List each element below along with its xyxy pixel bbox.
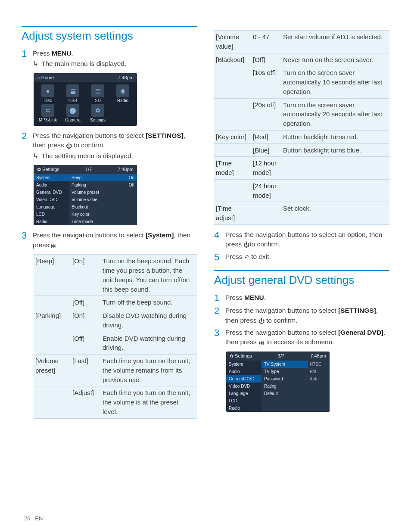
step-number: 3: [214, 328, 225, 338]
step-number: 5: [214, 252, 225, 262]
step-number: 2: [22, 131, 33, 141]
table-row: [24 hour mode]: [214, 179, 389, 202]
table-row: [Off]Enable DVD watching during driving.: [34, 332, 197, 355]
table-row: [Volume value]0 - 47Set start volume if …: [214, 31, 389, 53]
system-options-table-b: [Volume value]0 - 47Set start volume if …: [214, 30, 389, 225]
table-row: [20s off]Turn on the screen saver automa…: [214, 98, 389, 130]
step-number: 1: [22, 49, 33, 59]
result-arrow-icon: ↳: [33, 59, 41, 68]
settings-icon: ✿: [91, 104, 104, 117]
gear-icon: ✿ Settings: [230, 353, 252, 359]
step-number: 1: [214, 293, 225, 303]
system-options-table-a: [Beep][On]Turn on the beep sound. Each t…: [34, 254, 197, 418]
page-footer: 26 EN: [24, 515, 43, 522]
table-row: [10s off]Turn on the screen saver automa…: [214, 66, 389, 98]
step-body: Press MENU.: [225, 293, 389, 302]
power-icon: ⏻: [258, 317, 265, 325]
clock-label: 7:48pm: [118, 75, 134, 80]
table-row: [Blackout][Off]Never turn on the screen …: [214, 53, 389, 66]
home-icon: ⌂ Home: [37, 75, 54, 80]
step-body: Press MENU. ↳The main menu is displayed.: [33, 49, 197, 69]
next-icon: ⏭: [258, 338, 265, 347]
usb-icon: ⬓: [66, 84, 79, 97]
right-column: [Volume value]0 - 47Set start volume if …: [214, 26, 389, 424]
table-row: [Blue]Button backlight turns blue.: [214, 143, 389, 157]
device-settings1-screenshot: ✿ Settings 1/7 7:48pm System Audio Gener…: [34, 165, 137, 225]
device-settings2-screenshot: ✿ Settings 3/7 7:48pm System Audio Gener…: [226, 352, 330, 412]
table-row: [Key color][Red]Button backlight turns r…: [214, 130, 389, 143]
table-row: [Time mode][12 hour mode]: [214, 157, 389, 180]
step-body: Press the navigation buttons to select […: [225, 328, 389, 347]
step-number: 2: [214, 306, 225, 316]
next-icon: ⏭: [51, 241, 57, 250]
power-icon: ⏻: [243, 240, 249, 249]
table-row: [Volume preset][Last]Each time you turn …: [34, 355, 197, 386]
step-body: Press ↶ to exit.: [225, 252, 389, 261]
step-body: Press the navigation buttons to select a…: [225, 230, 389, 249]
radio-icon: ◉: [116, 84, 129, 97]
section-heading-dvd: Adjust general DVD settings: [214, 270, 389, 287]
back-icon: ↶: [244, 253, 249, 261]
step-body: Press the navigation buttons to select […: [33, 131, 197, 161]
device-home-screenshot: ⌂ Home 7:48pm ●Disc ⬓USB ▤SD ◉Radio ⊂MP3…: [34, 73, 137, 126]
power-icon: ⏻: [66, 141, 72, 150]
result-arrow-icon: ↳: [33, 151, 41, 161]
table-row: [Time adjust]Set clock.: [214, 202, 389, 225]
left-column: Adjust system settings 1 Press MENU. ↳Th…: [22, 26, 197, 424]
mp3link-icon: ⊂: [41, 104, 54, 117]
sd-icon: ▤: [91, 84, 104, 97]
table-row: [Parking][On]Disable DVD watching during…: [34, 309, 197, 332]
step-number: 3: [22, 230, 33, 241]
step-body: Press the navigation buttons to select […: [225, 306, 389, 325]
page-number: 26: [24, 515, 30, 522]
page-lang: EN: [35, 515, 43, 522]
disc-icon: ●: [41, 84, 54, 97]
gear-icon: ✿ Settings: [37, 167, 59, 172]
table-row: [Off]Turn off the beep sound.: [34, 296, 197, 309]
table-row: [Adjust]Each time you turn on the unit, …: [34, 386, 197, 418]
step-number: 4: [214, 230, 225, 240]
step-body: Press the navigation buttons to select […: [33, 230, 197, 250]
section-heading-system: Adjust system settings: [22, 26, 197, 43]
table-row: [Beep][On]Turn on the beep sound. Each t…: [34, 255, 197, 296]
camera-icon: ⬤: [66, 104, 79, 117]
